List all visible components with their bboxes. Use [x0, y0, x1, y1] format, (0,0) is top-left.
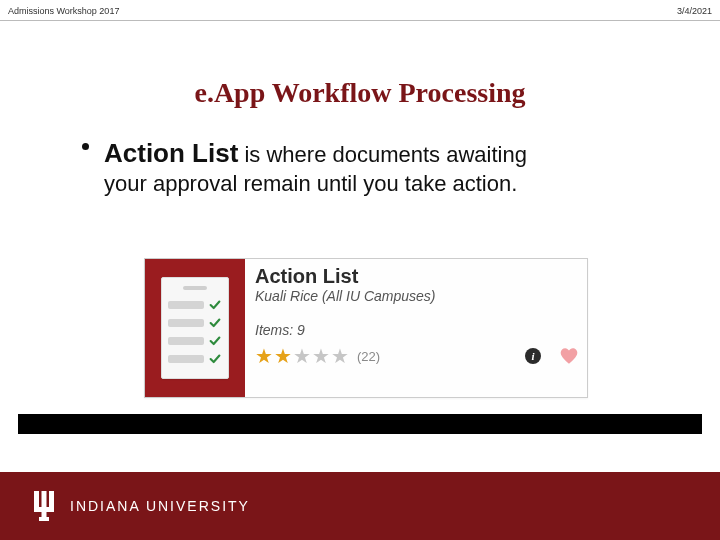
header-date: 3/4/2021 [677, 6, 712, 16]
items-line: Items: 9 [255, 322, 579, 338]
star-filled-icon: ★ [274, 346, 292, 366]
doc-row [168, 350, 222, 368]
star-empty-icon: ★ [331, 346, 349, 366]
star-empty-icon: ★ [293, 346, 311, 366]
items-label: Items: [255, 322, 297, 338]
doc-row [168, 314, 222, 332]
footer: INDIANA UNIVERSITY [0, 472, 720, 540]
university-name: INDIANA UNIVERSITY [70, 498, 250, 514]
subtitle-app: Kuali Rice [255, 288, 318, 304]
slide-header: Admissions Workshop 2017 3/4/2021 [0, 0, 720, 20]
check-icon [208, 334, 222, 348]
card-body: Action List Kuali Rice (All IU Campuses)… [255, 265, 579, 391]
card-thumbnail [145, 259, 245, 397]
check-icon [208, 352, 222, 366]
doc-row [168, 296, 222, 314]
svg-rect-4 [39, 517, 49, 521]
action-list-card: Action List Kuali Rice (All IU Campuses)… [144, 258, 588, 398]
doc-headline [183, 286, 207, 290]
check-icon [208, 298, 222, 312]
svg-rect-1 [42, 491, 47, 517]
svg-rect-3 [34, 507, 54, 512]
bullet-item: Action List is where documents awaiting … [82, 137, 660, 197]
doc-row [168, 332, 222, 350]
bullet-text: Action List is where documents awaiting … [104, 137, 660, 197]
star-rating: ★ ★ ★ ★ ★ [255, 346, 349, 366]
items-count: 9 [297, 322, 305, 338]
info-icon[interactable]: i [525, 348, 541, 364]
card-title: Action List [255, 265, 579, 288]
slide-title: e.App Workflow Processing [0, 77, 720, 109]
heart-icon[interactable] [559, 347, 579, 365]
doc-bar [168, 319, 204, 327]
rating-row: ★ ★ ★ ★ ★ (22) i [255, 346, 579, 366]
star-filled-icon: ★ [255, 346, 273, 366]
doc-bar [168, 337, 204, 345]
document-icon [161, 277, 229, 379]
bullet-marker [82, 143, 89, 150]
check-icon [208, 316, 222, 330]
subtitle-scope: (All IU Campuses) [318, 288, 435, 304]
card-subtitle: Kuali Rice (All IU Campuses) [255, 288, 579, 304]
doc-bar [168, 355, 204, 363]
header-left: Admissions Workshop 2017 [8, 6, 119, 16]
bullet-rest1: is where documents awaiting [238, 142, 527, 167]
star-empty-icon: ★ [312, 346, 330, 366]
reviews-count: (22) [357, 349, 380, 364]
slide: Admissions Workshop 2017 3/4/2021 e.App … [0, 0, 720, 540]
bullet-bold: Action List [104, 138, 238, 168]
bullet-line2: your approval remain until you take acti… [104, 171, 517, 196]
header-divider [0, 20, 720, 21]
iu-trident-logo [30, 489, 58, 523]
bullet-list: Action List is where documents awaiting … [82, 137, 660, 197]
accent-bar [18, 414, 702, 434]
doc-bar [168, 301, 204, 309]
